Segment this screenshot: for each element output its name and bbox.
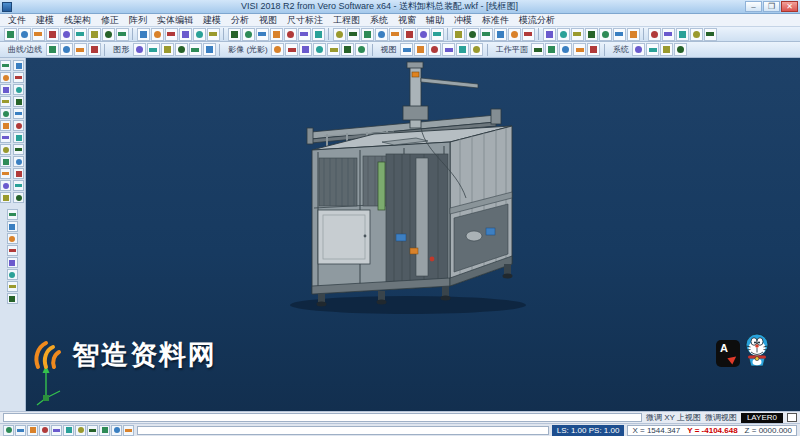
toolbar-icon[interactable]	[400, 43, 413, 56]
toolbar-icon[interactable]	[361, 28, 374, 41]
menu-item[interactable]: 文件	[3, 14, 31, 27]
toolbar-icon[interactable]	[151, 28, 164, 41]
menu-item[interactable]: 系统	[365, 14, 393, 27]
toolbar-icon[interactable]	[341, 43, 354, 56]
toolbar-icon[interactable]	[662, 28, 675, 41]
toolbar-icon[interactable]	[242, 28, 255, 41]
menu-item[interactable]: 建模	[198, 14, 226, 27]
toolbar-icon[interactable]	[327, 43, 340, 56]
toolbar-icon[interactable]	[613, 28, 626, 41]
toolbar-icon[interactable]	[13, 84, 24, 95]
toolbar-icon[interactable]	[27, 425, 38, 436]
toolbar-icon[interactable]	[674, 43, 687, 56]
toolbar-icon[interactable]	[7, 257, 18, 268]
toolbar-icon[interactable]	[632, 43, 645, 56]
toolbar-icon[interactable]	[333, 28, 346, 41]
toolbar-icon[interactable]	[531, 43, 544, 56]
toolbar-icon[interactable]	[123, 425, 134, 436]
toolbar-icon[interactable]	[193, 28, 206, 41]
toolbar-icon[interactable]	[270, 28, 283, 41]
toolbar-icon[interactable]	[7, 269, 18, 280]
toolbar-icon[interactable]	[648, 28, 661, 41]
layer-color-chip[interactable]	[787, 413, 797, 422]
toolbar-icon[interactable]	[13, 156, 24, 167]
toolbar-icon[interactable]	[13, 120, 24, 131]
layer-indicator[interactable]: LAYER0	[741, 413, 783, 423]
toolbar-icon[interactable]	[0, 168, 11, 179]
toolbar-icon[interactable]	[0, 132, 11, 143]
toolbar-icon[interactable]	[0, 120, 11, 131]
toolbar-icon[interactable]	[13, 72, 24, 83]
toolbar-icon[interactable]	[39, 425, 50, 436]
toolbar-icon[interactable]	[573, 43, 586, 56]
toolbar-icon[interactable]	[147, 43, 160, 56]
toolbar-icon[interactable]	[627, 28, 640, 41]
menu-item[interactable]: 工程图	[328, 14, 365, 27]
toolbar-icon[interactable]	[428, 43, 441, 56]
toolbar-icon[interactable]	[559, 43, 572, 56]
toolbar-icon[interactable]	[285, 43, 298, 56]
toolbar-icon[interactable]	[13, 192, 24, 203]
close-button[interactable]: ✕	[781, 1, 798, 12]
toolbar-icon[interactable]	[46, 28, 59, 41]
toolbar-icon[interactable]	[676, 28, 689, 41]
toolbar-icon[interactable]	[522, 28, 535, 41]
toolbar-icon[interactable]	[13, 108, 24, 119]
toolbar-icon[interactable]	[660, 43, 673, 56]
minimize-button[interactable]: –	[745, 1, 762, 12]
toolbar-icon[interactable]	[179, 28, 192, 41]
toolbar-icon[interactable]	[18, 28, 31, 41]
command-input[interactable]	[137, 426, 549, 435]
toolbar-icon[interactable]	[133, 43, 146, 56]
toolbar-icon[interactable]	[51, 425, 62, 436]
menu-item[interactable]: 修正	[96, 14, 124, 27]
toolbar-icon[interactable]	[7, 293, 18, 304]
toolbar-icon[interactable]	[442, 43, 455, 56]
toolbar-icon[interactable]	[256, 28, 269, 41]
toolbar-icon[interactable]	[545, 43, 558, 56]
toolbar-icon[interactable]	[46, 43, 59, 56]
toolbar-icon[interactable]	[88, 43, 101, 56]
toolbar-icon[interactable]	[452, 28, 465, 41]
toolbar-icon[interactable]	[543, 28, 556, 41]
toolbar-icon[interactable]	[228, 28, 241, 41]
toolbar-icon[interactable]	[0, 180, 11, 191]
toolbar-icon[interactable]	[431, 28, 444, 41]
toolbar-icon[interactable]	[99, 425, 110, 436]
maximize-button[interactable]: ❐	[763, 1, 780, 12]
toolbar-icon[interactable]	[508, 28, 521, 41]
toolbar-icon[interactable]	[414, 43, 427, 56]
toolbar-icon[interactable]	[0, 108, 11, 119]
toolbar-icon[interactable]	[74, 28, 87, 41]
toolbar-icon[interactable]	[161, 43, 174, 56]
toolbar-icon[interactable]	[165, 28, 178, 41]
toolbar-icon[interactable]	[298, 28, 311, 41]
toolbar-icon[interactable]	[74, 43, 87, 56]
menu-item[interactable]: 冲模	[449, 14, 477, 27]
toolbar-icon[interactable]	[690, 28, 703, 41]
toolbar-icon[interactable]	[7, 209, 18, 220]
toolbar-icon[interactable]	[0, 72, 11, 83]
toolbar-icon[interactable]	[704, 28, 717, 41]
toolbar-icon[interactable]	[87, 425, 98, 436]
toolbar-icon[interactable]	[203, 43, 216, 56]
menu-item[interactable]: 视图	[254, 14, 282, 27]
toolbar-icon[interactable]	[480, 28, 493, 41]
toolbar-icon[interactable]	[347, 28, 360, 41]
toolbar-icon[interactable]	[111, 425, 122, 436]
toolbar-icon[interactable]	[0, 84, 11, 95]
toolbar-icon[interactable]	[7, 245, 18, 256]
toolbar-icon[interactable]	[0, 96, 11, 107]
menu-item[interactable]: 阵列	[124, 14, 152, 27]
toolbar-icon[interactable]	[312, 28, 325, 41]
toolbar-icon[interactable]	[0, 144, 11, 155]
toolbar-icon[interactable]	[137, 28, 150, 41]
toolbar-icon[interactable]	[466, 28, 479, 41]
prompt-field[interactable]	[3, 413, 642, 422]
menu-item[interactable]: 标准件	[477, 14, 514, 27]
menu-item[interactable]: 建模	[31, 14, 59, 27]
toolbar-icon[interactable]	[207, 28, 220, 41]
menu-item[interactable]: 尺寸标注	[282, 14, 328, 27]
toolbar-icon[interactable]	[271, 43, 284, 56]
view-mode-label[interactable]: 微调视图	[705, 412, 737, 423]
